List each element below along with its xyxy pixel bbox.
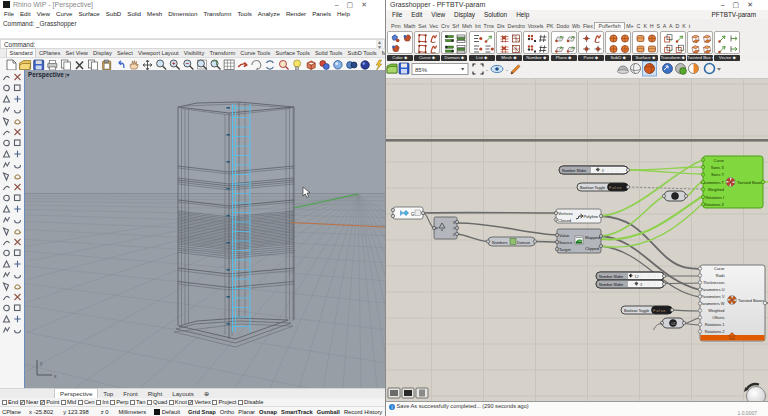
svg-text:|▾: |▾ <box>65 72 70 78</box>
svg-text:Parameters U: Parameters U <box>701 287 725 292</box>
svg-text:Rotations I: Rotations I <box>705 195 724 200</box>
svg-text:Thicknesses: Thicknesses <box>703 280 725 285</box>
svg-text:Radii: Radii <box>716 273 725 278</box>
svg-text:Value: Value <box>559 233 570 238</box>
svg-text:Source: Source <box>559 240 573 245</box>
svg-text:Rotations Z: Rotations Z <box>704 202 725 207</box>
svg-text:Clipped: Clipped <box>585 246 600 251</box>
svg-text:-: - <box>486 67 488 73</box>
svg-text:Parameters V: Parameters V <box>701 294 725 299</box>
svg-text:Mapped: Mapped <box>585 235 601 240</box>
svg-text:G: G <box>411 212 415 217</box>
svg-text:False: False <box>653 308 666 313</box>
svg-text:Parameters W: Parameters W <box>700 301 725 306</box>
svg-text:Number Slider: Number Slider <box>599 275 624 279</box>
svg-text:Sizes Y: Sizes Y <box>711 172 725 177</box>
svg-text:Rotations 1: Rotations 1 <box>705 322 725 327</box>
svg-text:Rotations 2: Rotations 2 <box>705 329 725 334</box>
svg-text:Number Slider: Number Slider <box>599 283 624 287</box>
svg-text:Boolean Toggle: Boolean Toggle <box>624 309 649 313</box>
svg-text:Perspective: Perspective <box>28 71 64 79</box>
svg-text:Polyline: Polyline <box>584 214 599 219</box>
svg-text:-: - <box>506 67 508 73</box>
svg-text:Offsets: Offsets <box>712 315 724 320</box>
svg-text:85%: 85% <box>415 67 428 73</box>
svg-text:Twisted Boxes: Twisted Boxes <box>738 298 764 303</box>
svg-text:Number Slider: Number Slider <box>562 169 587 173</box>
svg-text:Numbers: Numbers <box>492 241 508 245</box>
svg-text:Target: Target <box>559 247 571 252</box>
svg-text:Boolean Toggle: Boolean Toggle <box>580 186 605 190</box>
svg-text:Sizes X: Sizes X <box>711 165 725 170</box>
svg-text:Twisted Boxes: Twisted Boxes <box>737 180 763 185</box>
svg-text:Weighted: Weighted <box>708 308 724 313</box>
svg-text:Vertices: Vertices <box>558 211 573 216</box>
svg-text:Weighted: Weighted <box>708 187 724 192</box>
svg-text:Closed: Closed <box>558 218 572 223</box>
svg-text:False: False <box>609 185 622 190</box>
svg-text:Info: Info <box>729 337 735 341</box>
svg-text:Domain: Domain <box>517 241 530 245</box>
svg-text:01: 01 <box>671 321 676 326</box>
svg-text:Curve: Curve <box>714 158 724 163</box>
svg-text:Curve: Curve <box>714 266 724 271</box>
